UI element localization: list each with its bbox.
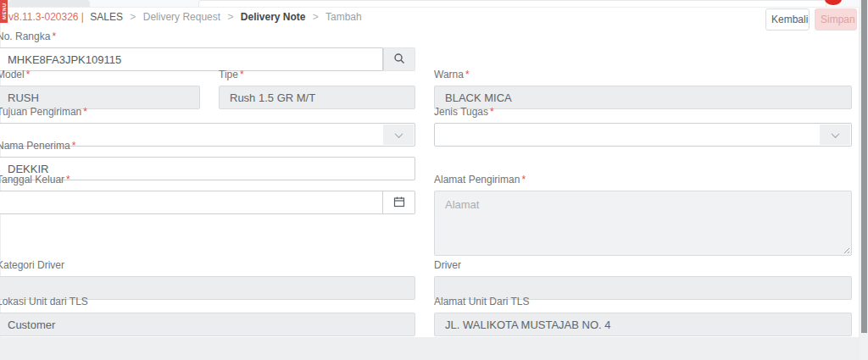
field-no-rangka: No. Rangka*	[0, 30, 415, 71]
breadcrumb: v8.11.3-020326 | SALES > Delivery Reques…	[8, 11, 362, 23]
delivery-note-page: { "ui": { "star": "*", "breadcrumb_sep":…	[0, 0, 868, 360]
required-asterisk: *	[521, 174, 526, 186]
jenis-tugas-label: Jenis Tugas*	[434, 106, 852, 118]
field-alamat-pengiriman: Alamat Pengiriman*	[434, 174, 852, 256]
breadcrumb-tambah: Tambah	[326, 11, 362, 23]
required-asterisk: *	[465, 69, 470, 80]
field-driver: Driver	[434, 259, 852, 300]
alamat-unit-input	[434, 313, 852, 336]
required-asterisk: *	[72, 140, 76, 152]
chevron-down-icon	[820, 125, 850, 145]
lokasi-unit-input	[0, 313, 415, 336]
no-rangka-label: No. Rangka*	[0, 30, 415, 42]
kembali-button[interactable]: Kembali	[765, 8, 810, 30]
scrollbar-track[interactable]	[860, 0, 868, 360]
field-kategori-driver: Kategori Driver	[0, 259, 415, 300]
field-lokasi-unit: Lokasi Unit dari TLS	[0, 296, 415, 336]
breadcrumb-separator: >	[227, 11, 233, 23]
driver-label: Driver	[434, 259, 852, 271]
calendar-button[interactable]	[383, 191, 415, 214]
app-version: v8.11.3-020326 |	[8, 11, 84, 23]
lokasi-unit-label: Lokasi Unit dari TLS	[0, 296, 415, 307]
alamat-pengiriman-textarea[interactable]	[434, 191, 852, 256]
nama-penerima-label: Nama Penerima*	[0, 140, 415, 152]
search-button[interactable]	[383, 47, 415, 71]
required-asterisk: *	[83, 106, 87, 118]
warna-label: Warna*	[434, 69, 852, 80]
field-model: Model*	[0, 69, 200, 109]
menu-ribbon[interactable]: MENU	[0, 0, 8, 23]
scrollbar-thumb[interactable]	[861, 0, 867, 333]
required-asterisk: *	[26, 69, 31, 80]
field-jenis-tugas: Jenis Tugas*	[434, 106, 852, 147]
model-label: Model*	[0, 69, 200, 80]
required-asterisk: *	[490, 106, 494, 118]
search-icon	[393, 53, 405, 67]
field-tanggal-keluar: Tanggal Keluar*	[0, 174, 415, 214]
menu-ribbon-label: MENU	[2, 3, 7, 20]
breadcrumb-separator: >	[130, 11, 136, 23]
inactive-tab[interactable]	[8, 0, 90, 7]
simpan-button[interactable]: Simpan	[815, 8, 857, 30]
jenis-tugas-select[interactable]	[434, 123, 852, 147]
tipe-label: Tipe*	[219, 69, 415, 80]
alamat-pengiriman-label: Alamat Pengiriman*	[434, 174, 852, 186]
required-asterisk: *	[52, 30, 56, 42]
field-alamat-unit: Alamat Unit Dari TLS	[434, 296, 852, 336]
breadcrumb-sales[interactable]: SALES	[90, 11, 123, 23]
required-asterisk: *	[66, 174, 70, 186]
breadcrumb-delivery-request[interactable]: Delivery Request	[143, 11, 220, 23]
alamat-unit-label: Alamat Unit Dari TLS	[434, 296, 852, 307]
kategori-driver-label: Kategori Driver	[0, 259, 415, 271]
tanggal-keluar-input[interactable]	[0, 191, 383, 214]
field-warna: Warna*	[434, 69, 852, 109]
tujuan-pengiriman-label: Tujuan Pengiriman*	[0, 106, 415, 118]
tanggal-keluar-label: Tanggal Keluar*	[0, 174, 415, 186]
no-rangka-input[interactable]	[0, 47, 383, 71]
breadcrumb-delivery-note[interactable]: Delivery Note	[241, 11, 306, 23]
field-tipe: Tipe*	[219, 69, 415, 109]
breadcrumb-separator: >	[313, 11, 319, 23]
calendar-icon	[393, 196, 405, 210]
required-asterisk: *	[240, 69, 244, 80]
